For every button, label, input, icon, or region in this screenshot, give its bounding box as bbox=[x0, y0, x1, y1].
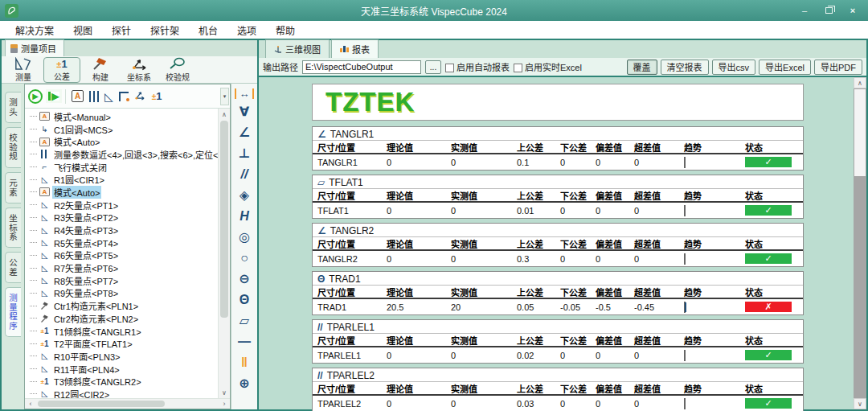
output-path-input[interactable] bbox=[302, 60, 421, 74]
perpendicularity-icon[interactable]: ⊥ bbox=[235, 145, 254, 162]
tree-item[interactable]: ±1T3倾斜度<TANGLR2> bbox=[30, 375, 218, 388]
tree-item[interactable]: 测量参数逼近<4>,回退<3>,搜索<6>,定位<2... bbox=[30, 148, 218, 161]
auto-report-option[interactable]: 启用自动报表 bbox=[445, 60, 510, 73]
tree-item[interactable]: ◺R3矢量点<PT2> bbox=[30, 212, 218, 224]
step-run-button[interactable]: ▶ bbox=[48, 92, 59, 101]
menu-item[interactable]: 选项 bbox=[228, 22, 265, 39]
toolbar-button[interactable]: 导出csv bbox=[712, 60, 756, 75]
ribbon-label: 测量 bbox=[15, 71, 31, 83]
ribbon-button-construct[interactable]: 构建 bbox=[82, 57, 119, 83]
toolbar-button[interactable]: 覆盖 bbox=[627, 60, 657, 75]
scroll-up-button[interactable]: ∧ bbox=[219, 109, 230, 120]
table-data-row: TPARLEL2000.03000✓ bbox=[313, 396, 803, 411]
angularity-icon[interactable]: ∠ bbox=[235, 124, 254, 141]
circularity-icon[interactable]: ○ bbox=[235, 249, 254, 266]
close-button[interactable]: × bbox=[842, 3, 863, 18]
tree-item[interactable]: ◺R9矢量点<PT8> bbox=[30, 287, 218, 300]
scrollbar-thumb[interactable] bbox=[38, 401, 165, 407]
tree-item[interactable]: Ctr2构造元素<PLN2> bbox=[30, 312, 218, 325]
tree-vertical-scrollbar[interactable]: ∧ ∨ bbox=[218, 109, 230, 398]
tree-item[interactable]: ±1T1倾斜度<TANGLR1> bbox=[30, 325, 218, 338]
auto-mode-icon[interactable]: A bbox=[72, 90, 84, 102]
ribbon-button-coords[interactable]: 坐标系 bbox=[121, 57, 158, 83]
tree-item[interactable]: A模式<Auto> bbox=[30, 135, 218, 148]
scroll-down-button[interactable]: ∨ bbox=[854, 398, 866, 409]
scrollbar-thumb[interactable] bbox=[220, 121, 228, 318]
tree-item[interactable]: A模式<Manual> bbox=[30, 110, 218, 123]
run-program-button[interactable]: ▶ bbox=[28, 89, 43, 104]
menu-item[interactable]: 解决方案 bbox=[6, 22, 63, 39]
menu-item[interactable]: 视图 bbox=[64, 22, 101, 39]
side-tab[interactable]: 测量程序 bbox=[5, 287, 21, 337]
tree-item[interactable]: ◺R12圆<CIR2> bbox=[30, 388, 218, 398]
tab-report[interactable]: 报表 bbox=[331, 39, 379, 58]
tree-item[interactable]: ◺R1圆<CIR1> bbox=[30, 173, 218, 186]
side-tab[interactable]: 测头 bbox=[5, 92, 21, 123]
tree-item[interactable]: ⌐飞行模式关闭 bbox=[30, 161, 218, 174]
ribbon-button-measure[interactable]: 测量 bbox=[5, 57, 42, 83]
scroll-left-button[interactable]: ‹ bbox=[25, 400, 36, 408]
scroll-right-button[interactable]: › bbox=[219, 400, 230, 408]
profile-icon[interactable]: ∀ bbox=[235, 103, 254, 120]
radius-icon[interactable]: Θ bbox=[235, 291, 254, 308]
true-position-icon[interactable]: ⊕ bbox=[235, 375, 254, 392]
toolbar-overflow-button[interactable]: ▾ bbox=[220, 88, 229, 105]
column-header: 理论值 bbox=[387, 237, 451, 250]
distance-icon[interactable]: ↔ bbox=[235, 88, 254, 99]
toolbar-button[interactable]: 清空报表 bbox=[661, 60, 709, 75]
realtime-excel-checkbox[interactable] bbox=[514, 64, 522, 72]
scroll-up-button[interactable]: ∧ bbox=[854, 77, 866, 88]
tree-item[interactable]: A模式<Auto> bbox=[30, 186, 218, 199]
restore-button[interactable] bbox=[818, 3, 839, 18]
browse-button[interactable]: ... bbox=[425, 60, 441, 74]
tree-item[interactable]: ±1T2平面度<TFLAT1> bbox=[30, 337, 218, 350]
tree-item[interactable]: ◺R8矢量点<PT7> bbox=[30, 274, 218, 287]
straightness-icon[interactable]: — bbox=[235, 333, 254, 350]
tree-item[interactable]: ◺R6矢量点<PT5> bbox=[30, 249, 218, 262]
symmetry-slant-icon[interactable]: H bbox=[235, 208, 254, 224]
side-tab[interactable]: 坐标系 bbox=[5, 208, 21, 249]
toolbar-button[interactable]: 导出Excel bbox=[759, 60, 811, 75]
coordinate-tool-icon[interactable] bbox=[134, 90, 146, 102]
tree-item[interactable]: ◺R2矢量点<PT1> bbox=[30, 199, 218, 212]
position-icon[interactable]: ◈ bbox=[235, 187, 254, 203]
tab-measure-project[interactable]: 测量项目 bbox=[5, 39, 64, 56]
tolerance-tool-icon[interactable]: ±1 bbox=[152, 90, 162, 102]
menu-item[interactable]: 机台 bbox=[190, 22, 227, 39]
scrollbar-thumb[interactable] bbox=[854, 89, 866, 176]
cell-value: 0.05 bbox=[517, 302, 560, 312]
auto-report-checkbox[interactable] bbox=[445, 64, 454, 72]
measure-tool-icon[interactable]: ◺ bbox=[104, 91, 113, 102]
menu-item[interactable]: 探针 bbox=[103, 22, 140, 39]
menu-item[interactable]: 帮助 bbox=[267, 22, 304, 39]
report-vertical-scrollbar[interactable]: ∧ ∨ bbox=[854, 77, 866, 409]
tree-item[interactable]: ↳C1回调<MCS> bbox=[30, 123, 218, 136]
side-tab[interactable]: 校验规 bbox=[5, 127, 21, 168]
ribbon-button-tolerance[interactable]: ±1公差 bbox=[43, 57, 80, 83]
column-header: 理论值 bbox=[387, 382, 451, 395]
tree-item[interactable]: ◺R4矢量点<PT3> bbox=[30, 224, 218, 236]
side-tab[interactable]: 元素 bbox=[5, 172, 21, 203]
side-tab[interactable]: 公差 bbox=[5, 252, 21, 283]
tree-item[interactable]: ◺R10平面<PLN3> bbox=[30, 350, 218, 363]
flatness-icon[interactable]: ▱ bbox=[235, 312, 254, 329]
tree-item[interactable]: Ctr1构造元素<PLN1> bbox=[30, 299, 218, 312]
corner-probe-icon[interactable] bbox=[119, 92, 129, 101]
concentricity-icon[interactable]: ◎ bbox=[235, 228, 254, 245]
toolbar-button[interactable]: 导出PDF bbox=[814, 60, 862, 75]
parameters-icon[interactable] bbox=[89, 91, 99, 102]
minimize-button[interactable]: – bbox=[794, 3, 815, 18]
symmetry-icon[interactable]: ‖ bbox=[235, 354, 254, 371]
realtime-excel-option[interactable]: 启用实时Excel bbox=[514, 60, 582, 73]
tree-horizontal-scrollbar[interactable]: ‹ › bbox=[25, 398, 230, 409]
tree-toolbar: ▶ ▶ A ◺ ±1 ▾ bbox=[25, 84, 230, 109]
tree-item[interactable]: ◺R11平面<PLN4> bbox=[30, 363, 218, 376]
ribbon-button-gauge[interactable]: 校验规 bbox=[159, 57, 196, 83]
menu-item[interactable]: 探针架 bbox=[141, 22, 188, 39]
parallelism-icon[interactable]: // bbox=[235, 166, 254, 183]
scroll-down-button[interactable]: ∨ bbox=[219, 387, 230, 398]
tab-view3d[interactable]: 三维视图 bbox=[265, 39, 330, 58]
tree-item[interactable]: ◺R7矢量点<PT6> bbox=[30, 261, 218, 274]
diameter-icon[interactable]: ⊖ bbox=[235, 270, 254, 287]
tree-item[interactable]: ◺R5矢量点<PT4> bbox=[30, 236, 218, 249]
